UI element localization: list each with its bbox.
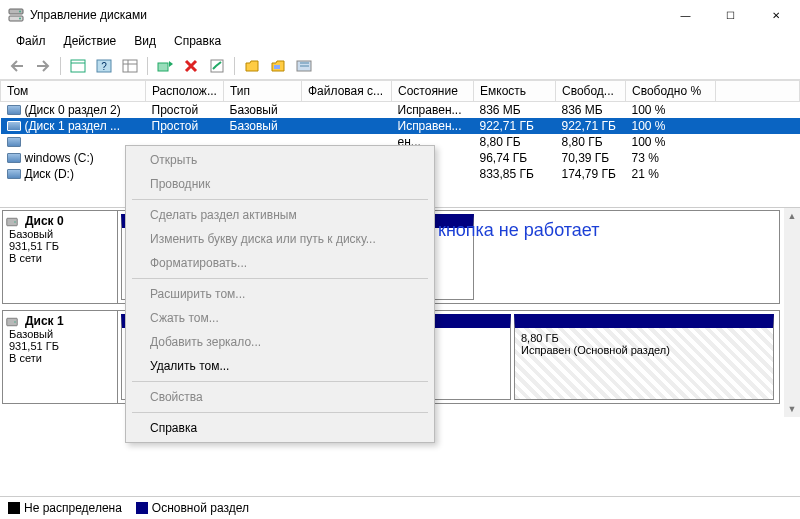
cell: Простой [146, 118, 224, 134]
toolbar-settings-icon[interactable] [293, 55, 315, 77]
volume-name: Диск (D:) [25, 167, 74, 181]
scroll-track[interactable] [784, 224, 800, 401]
minimize-button[interactable]: — [663, 0, 708, 30]
cell [716, 118, 800, 134]
legend-swatch [8, 502, 20, 514]
legend-item: Не распределена [8, 501, 122, 515]
disk-type: Базовый [9, 328, 111, 340]
svg-rect-8 [123, 60, 137, 72]
volume-icon [7, 153, 21, 163]
volume-name: windows (C:) [25, 151, 94, 165]
menu-item: Открыть [126, 148, 434, 172]
cell [716, 150, 800, 166]
disk-size: 931,51 ГБ [9, 340, 111, 352]
menu-action[interactable]: Действие [56, 32, 125, 50]
toolbar-help-icon[interactable]: ? [93, 55, 115, 77]
toolbar-delete-icon[interactable] [180, 55, 202, 77]
menu-file[interactable]: Файл [8, 32, 54, 50]
cell: 174,79 ГБ [556, 166, 626, 182]
cell: Базовый [224, 102, 302, 119]
table-row[interactable]: (Диск 1 раздел ...ПростойБазовыйИсправен… [1, 118, 800, 134]
volume-name: (Диск 0 раздел 2) [25, 103, 121, 117]
window-title: Управление дисками [30, 8, 663, 22]
volume-icon [7, 169, 21, 179]
cell [716, 166, 800, 182]
disk-size: 931,51 ГБ [9, 240, 111, 252]
col-volume[interactable]: Том [1, 81, 146, 102]
partition-size: 8,80 ГБ [521, 332, 767, 344]
legend-item: Основной раздел [136, 501, 249, 515]
context-menu: ОткрытьПроводникСделать раздел активнымИ… [125, 145, 435, 443]
disk-status: В сети [9, 252, 111, 264]
cell [302, 118, 392, 134]
col-layout[interactable]: Располож... [146, 81, 224, 102]
disk-icon [6, 216, 18, 228]
menu-item: Сделать раздел активным [126, 203, 434, 227]
toolbar-folder-icon[interactable] [241, 55, 263, 77]
close-button[interactable]: ✕ [753, 0, 798, 30]
partition[interactable]: 8,80 ГБИсправен (Основной раздел) [514, 314, 774, 400]
menu-item[interactable]: Удалить том... [126, 354, 434, 378]
cell: 96,74 ГБ [474, 150, 556, 166]
cell: 836 МБ [556, 102, 626, 119]
legend-swatch [136, 502, 148, 514]
cell: 70,39 ГБ [556, 150, 626, 166]
cell [716, 102, 800, 119]
col-capacity[interactable]: Емкость [474, 81, 556, 102]
toolbar-view-icon[interactable] [67, 55, 89, 77]
svg-point-18 [14, 221, 16, 223]
menu-help[interactable]: Справка [166, 32, 229, 50]
disk-type: Базовый [9, 228, 111, 240]
cell: Простой [146, 102, 224, 119]
cell: Базовый [224, 118, 302, 134]
toolbar-details-icon[interactable] [119, 55, 141, 77]
partition-status: Исправен (Основной раздел) [521, 344, 767, 356]
menu-item: Сжать том... [126, 306, 434, 330]
legend-label: Не распределена [24, 501, 122, 515]
col-free[interactable]: Свобод... [556, 81, 626, 102]
maximize-button[interactable]: ☐ [708, 0, 753, 30]
menu-separator [132, 199, 428, 200]
forward-button[interactable] [32, 55, 54, 77]
toolbar-separator [234, 57, 235, 75]
svg-rect-13 [274, 65, 280, 69]
cell [716, 134, 800, 150]
col-state[interactable]: Состояние [392, 81, 474, 102]
table-row[interactable]: (Диск 0 раздел 2)ПростойБазовыйИсправен.… [1, 102, 800, 119]
titlebar: Управление дисками — ☐ ✕ [0, 0, 800, 30]
back-button[interactable] [6, 55, 28, 77]
cell [302, 102, 392, 119]
menu-item: Добавить зеркало... [126, 330, 434, 354]
cell: 836 МБ [474, 102, 556, 119]
toolbar-separator [147, 57, 148, 75]
scrollbar[interactable]: ▲ ▼ [784, 208, 800, 417]
volume-icon [7, 105, 21, 115]
cell: Исправен... [392, 102, 474, 119]
toolbar-refresh-icon[interactable] [154, 55, 176, 77]
cell: 833,85 ГБ [474, 166, 556, 182]
col-freepct[interactable]: Свободно % [626, 81, 716, 102]
toolbar-properties-icon[interactable] [206, 55, 228, 77]
cell: 922,71 ГБ [474, 118, 556, 134]
svg-point-2 [19, 11, 21, 13]
col-type[interactable]: Тип [224, 81, 302, 102]
legend: Не распределенаОсновной раздел [0, 496, 800, 519]
cell: 100 % [626, 102, 716, 119]
app-icon [8, 7, 24, 23]
toolbar-folder2-icon[interactable] [267, 55, 289, 77]
menu-item[interactable]: Справка [126, 416, 434, 440]
cell: Исправен... [392, 118, 474, 134]
cell: 73 % [626, 150, 716, 166]
volume-icon [7, 121, 21, 131]
col-fs[interactable]: Файловая с... [302, 81, 392, 102]
menu-item: Проводник [126, 172, 434, 196]
cell: 922,71 ГБ [556, 118, 626, 134]
svg-rect-4 [71, 60, 85, 72]
menu-item: Форматировать... [126, 251, 434, 275]
scroll-up-icon[interactable]: ▲ [784, 208, 800, 224]
svg-point-3 [19, 18, 21, 20]
cell: 100 % [626, 118, 716, 134]
disk-info: Диск 0Базовый931,51 ГБВ сети [3, 211, 118, 303]
scroll-down-icon[interactable]: ▼ [784, 401, 800, 417]
menu-view[interactable]: Вид [126, 32, 164, 50]
